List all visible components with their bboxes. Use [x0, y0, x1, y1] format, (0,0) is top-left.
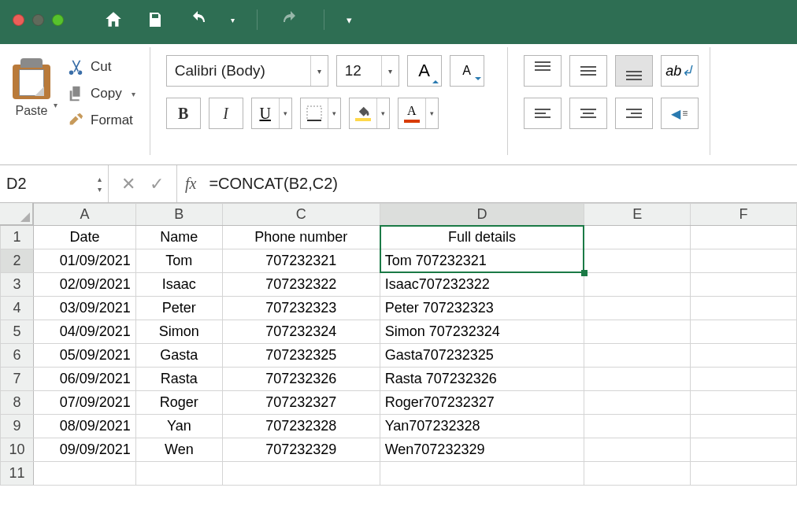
- cell-B3[interactable]: Isaac: [135, 273, 222, 297]
- increase-font-button[interactable]: A: [407, 55, 442, 87]
- cell-B8[interactable]: Roger: [135, 391, 222, 415]
- cell-F9[interactable]: [691, 415, 797, 438]
- align-bottom-button[interactable]: [615, 55, 653, 87]
- cell-D10[interactable]: Wen707232329: [380, 438, 584, 462]
- cell-A8[interactable]: 07/09/2021: [33, 391, 135, 415]
- cell-D5[interactable]: Simon 707232324: [380, 320, 584, 344]
- cell-F2[interactable]: [691, 249, 797, 273]
- name-box[interactable]: ▴▾: [0, 165, 109, 202]
- row-header[interactable]: 6: [1, 344, 34, 368]
- cell-D3[interactable]: Isaac707232322: [380, 273, 584, 297]
- paste-dropdown[interactable]: ▾: [50, 101, 61, 109]
- cell-A6[interactable]: 05/09/2021: [33, 344, 135, 368]
- align-center-button[interactable]: [569, 98, 607, 129]
- minimize-window-button[interactable]: [32, 14, 44, 26]
- row-header[interactable]: 3: [1, 273, 34, 297]
- cell-D9[interactable]: Yan707232328: [380, 415, 584, 438]
- cell-A9[interactable]: 08/09/2021: [33, 415, 135, 438]
- qat-customize-icon[interactable]: ▾: [347, 14, 352, 26]
- fill-color-button[interactable]: ▾: [349, 98, 390, 129]
- cancel-formula-button[interactable]: ✕: [121, 174, 135, 194]
- cell-B7[interactable]: Rasta: [135, 368, 222, 391]
- cell-C8[interactable]: 707232327: [222, 391, 380, 415]
- cell-E8[interactable]: [584, 391, 691, 415]
- underline-button[interactable]: U ▾: [251, 98, 292, 129]
- cell-C4[interactable]: 707232323: [222, 297, 380, 320]
- cell-E5[interactable]: [584, 320, 691, 344]
- font-color-button[interactable]: A ▾: [398, 98, 439, 129]
- cell-A10[interactable]: 09/09/2021: [33, 438, 135, 462]
- borders-button[interactable]: ▾: [300, 98, 341, 129]
- cell-A2[interactable]: 01/09/2021: [33, 249, 135, 273]
- cell-C10[interactable]: 707232329: [222, 438, 380, 462]
- cell-F4[interactable]: [691, 297, 797, 320]
- cell-B2[interactable]: Tom: [135, 249, 222, 273]
- italic-button[interactable]: I: [209, 98, 243, 129]
- cell-B4[interactable]: Peter: [135, 297, 222, 320]
- copy-dropdown[interactable]: ▾: [128, 90, 139, 98]
- cell-D7[interactable]: Rasta 707232326: [380, 368, 584, 391]
- cell-E2[interactable]: [584, 249, 691, 273]
- cell-E11[interactable]: [584, 462, 691, 486]
- decrease-indent-button[interactable]: ◀≡: [661, 98, 699, 129]
- cell-C3[interactable]: 707232322: [222, 273, 380, 297]
- fill-handle[interactable]: [581, 270, 588, 276]
- select-all-corner[interactable]: [0, 203, 33, 225]
- cell-D11[interactable]: [380, 462, 584, 486]
- cell-F3[interactable]: [691, 273, 797, 297]
- cell-E10[interactable]: [584, 438, 691, 462]
- cell-F7[interactable]: [691, 368, 797, 391]
- paste-button[interactable]: Paste: [13, 55, 50, 118]
- col-header-F[interactable]: F: [691, 204, 797, 226]
- align-left-button[interactable]: [524, 98, 562, 129]
- cell-F5[interactable]: [691, 320, 797, 344]
- cell-F10[interactable]: [691, 438, 797, 462]
- row-header[interactable]: 1: [1, 226, 34, 249]
- cell-B6[interactable]: Gasta: [135, 344, 222, 368]
- save-icon[interactable]: [146, 10, 165, 29]
- col-header-B[interactable]: B: [135, 204, 222, 226]
- cell-D1[interactable]: Full details: [380, 226, 584, 249]
- cell-D4[interactable]: Peter 707232323: [380, 297, 584, 320]
- cell-A5[interactable]: 04/09/2021: [33, 320, 135, 344]
- cell-A4[interactable]: 03/09/2021: [33, 297, 135, 320]
- col-header-A[interactable]: A: [33, 204, 135, 226]
- cell-A3[interactable]: 02/09/2021: [33, 273, 135, 297]
- cut-button[interactable]: Cut: [67, 58, 139, 76]
- row-header[interactable]: 4: [1, 297, 34, 320]
- formula-input[interactable]: [204, 165, 797, 202]
- name-box-dropdown[interactable]: ▴▾: [98, 175, 102, 194]
- align-top-button[interactable]: [524, 55, 562, 87]
- cell-reference-input[interactable]: [6, 175, 61, 193]
- cell-E4[interactable]: [584, 297, 691, 320]
- row-header[interactable]: 11: [1, 462, 34, 486]
- cell-C2[interactable]: 707232321: [222, 249, 380, 273]
- row-header[interactable]: 9: [1, 415, 34, 438]
- close-window-button[interactable]: [13, 14, 24, 26]
- cell-E6[interactable]: [584, 344, 691, 368]
- bold-button[interactable]: B: [166, 98, 201, 129]
- wrap-text-button[interactable]: ab↲: [661, 55, 699, 87]
- redo-icon[interactable]: [280, 10, 302, 29]
- home-icon[interactable]: [103, 9, 124, 30]
- cell-C9[interactable]: 707232328: [222, 415, 380, 438]
- cell-C1[interactable]: Phone number: [222, 226, 380, 249]
- font-size-combo[interactable]: 12 ▾: [336, 55, 399, 87]
- cell-C11[interactable]: [222, 462, 380, 486]
- spreadsheet-grid[interactable]: A B C D E F 1DateNamePhone numberFull de…: [0, 203, 797, 486]
- cell-B5[interactable]: Simon: [135, 320, 222, 344]
- fx-label[interactable]: fx: [177, 165, 204, 202]
- align-right-button[interactable]: [615, 98, 653, 129]
- cell-C6[interactable]: 707232325: [222, 344, 380, 368]
- cell-D8[interactable]: Roger707232327: [380, 391, 584, 415]
- cell-C5[interactable]: 707232324: [222, 320, 380, 344]
- cell-A1[interactable]: Date: [33, 226, 135, 249]
- cell-B10[interactable]: Wen: [135, 438, 222, 462]
- row-header[interactable]: 8: [1, 391, 34, 415]
- accept-formula-button[interactable]: ✓: [150, 174, 164, 194]
- copy-button[interactable]: Copy ▾: [67, 85, 139, 102]
- cell-B11[interactable]: [135, 462, 222, 486]
- cell-B9[interactable]: Yan: [135, 415, 222, 438]
- col-header-E[interactable]: E: [584, 204, 691, 226]
- col-header-C[interactable]: C: [222, 204, 380, 226]
